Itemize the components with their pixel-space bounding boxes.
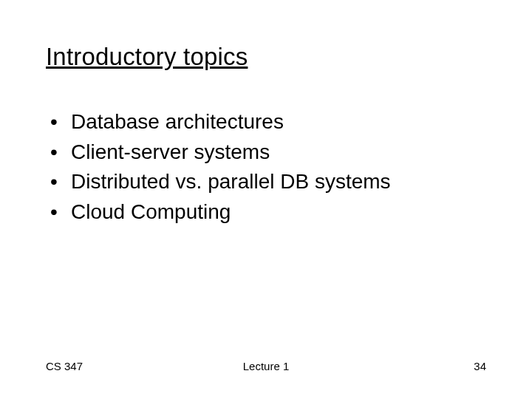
slide-title: Introductory topics: [46, 43, 248, 71]
bullet-text: Distributed vs. parallel DB systems: [71, 167, 391, 197]
bullet-icon: •: [50, 107, 71, 137]
bullet-icon: •: [50, 167, 71, 197]
bullet-icon: •: [50, 137, 71, 168]
footer-left: CS 347: [46, 360, 83, 372]
bullet-list: • Database architectures • Client-server…: [50, 107, 391, 227]
bullet-text: Cloud Computing: [71, 197, 231, 228]
slide-footer: CS 347 Lecture 1 34: [0, 360, 532, 372]
bullet-icon: •: [50, 197, 71, 228]
bullet-text: Database architectures: [71, 107, 284, 137]
bullet-text: Client-server systems: [71, 137, 270, 168]
list-item: • Cloud Computing: [50, 197, 391, 228]
list-item: • Distributed vs. parallel DB systems: [50, 167, 391, 197]
list-item: • Client-server systems: [50, 137, 391, 168]
list-item: • Database architectures: [50, 107, 391, 137]
slide: Introductory topics • Database architect…: [0, 0, 532, 399]
footer-center: Lecture 1: [243, 360, 290, 372]
footer-right: 34: [474, 360, 486, 372]
